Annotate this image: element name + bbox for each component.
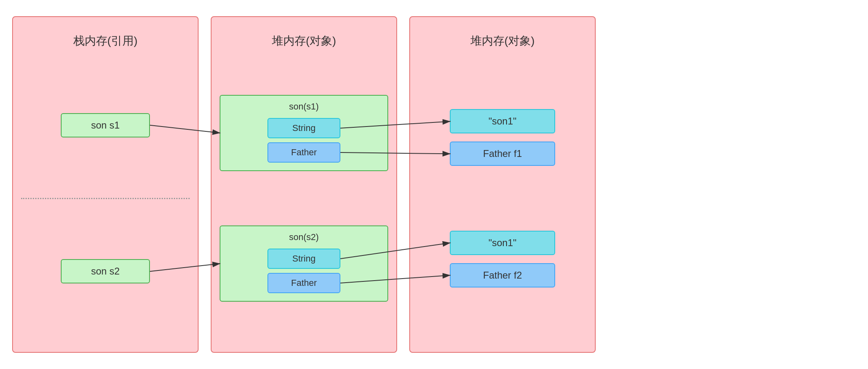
heap-son-s2-string: String	[267, 249, 340, 269]
panel-heap-son-title: 堆内存(对象)	[272, 25, 336, 53]
heap-son-s2-father: Father	[267, 273, 340, 293]
right-group-bottom: "son1" Father f2	[418, 231, 587, 287]
panel-stack-title: 栈内存(引用)	[73, 25, 138, 53]
panel-stack-top-half: son s1	[21, 53, 190, 199]
panel-heap-values-title: 堆内存(对象)	[470, 25, 535, 53]
heap-son-s2-title: son(s2)	[289, 232, 319, 242]
panel-heap-values-halves: "son1" Father f1 "son1" Father f2	[418, 53, 587, 344]
panel-stack-bottom-half: son s2	[21, 199, 190, 344]
panel-heap-son: 堆内存(对象) son(s1) String Father son(s2) St…	[211, 16, 397, 353]
heap-son-s2: son(s2) String Father	[220, 225, 388, 302]
stack-var-s2: son s2	[61, 259, 150, 283]
main-container: 栈内存(引用) son s1 son s2 堆内存(对象) son(s1) St…	[0, 0, 868, 369]
heap-son-s1-father: Father	[267, 142, 340, 163]
result-son1-string-top: "son1"	[450, 109, 555, 133]
panel-heap-values: 堆内存(对象) "son1" Father f1 "son1" Father f…	[409, 16, 596, 353]
heap-son-s1: son(s1) String Father	[220, 95, 388, 171]
panel-stack: 栈内存(引用) son s1 son s2	[12, 16, 199, 353]
result-father-f1: Father f1	[450, 142, 555, 166]
panel-heap-son-halves: son(s1) String Father son(s2) String Fat…	[220, 53, 388, 344]
result-father-f2: Father f2	[450, 263, 555, 287]
heap-son-s1-string: String	[267, 118, 340, 138]
right-group-top: "son1" Father f1	[418, 109, 587, 166]
stack-var-s1: son s1	[61, 113, 150, 137]
result-son1-string-bottom: "son1"	[450, 231, 555, 255]
heap-son-s1-title: son(s1)	[289, 101, 319, 112]
panel-stack-halves: son s1 son s2	[21, 53, 190, 344]
